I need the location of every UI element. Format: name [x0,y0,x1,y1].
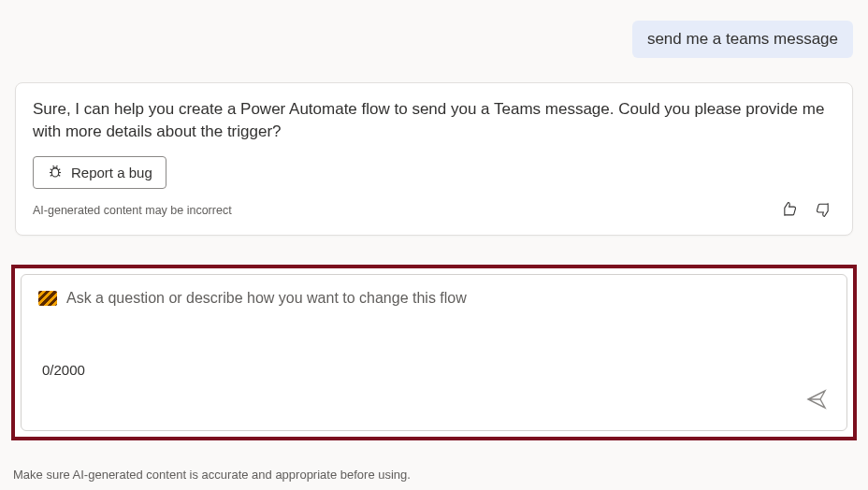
highlight-frame: Ask a question or describe how you want … [11,265,857,440]
thumbs-down-icon [815,208,833,222]
send-icon [805,399,828,413]
construction-icon [38,291,57,306]
svg-line-6 [58,174,60,176]
input-top-row: Ask a question or describe how you want … [38,290,830,307]
chat-area: send me a teams message Sure, I can help… [0,0,868,236]
thumbs-up-button[interactable] [777,198,800,223]
svg-point-0 [51,168,59,177]
assistant-message-text: Sure, I can help you create a Power Auto… [33,98,835,143]
assistant-message-card: Sure, I can help you create a Power Auto… [15,82,853,236]
report-bug-label: Report a bug [71,165,152,180]
report-bug-button[interactable]: Report a bug [33,156,166,189]
prompt-input-card[interactable]: Ask a question or describe how you want … [21,274,847,431]
svg-line-8 [57,166,58,167]
thumbs-down-button[interactable] [813,198,835,223]
svg-line-7 [53,166,54,167]
bug-icon [47,163,64,182]
feedback-buttons [777,198,835,223]
svg-line-5 [51,174,52,176]
svg-line-4 [58,168,60,170]
svg-line-3 [51,168,52,170]
page-disclaimer: Make sure AI-generated content is accura… [13,468,411,482]
character-count: 0/2000 [42,362,85,378]
prompt-placeholder: Ask a question or describe how you want … [66,290,467,307]
assistant-card-footer: AI-generated content may be incorrect [33,198,835,223]
user-message-text: send me a teams message [647,30,838,48]
input-section: Ask a question or describe how you want … [11,265,857,440]
user-message-bubble: send me a teams message [632,21,853,58]
card-disclaimer: AI-generated content may be incorrect [33,204,232,217]
user-message-row: send me a teams message [15,21,853,58]
send-button[interactable] [802,384,832,417]
thumbs-up-icon [779,208,798,222]
